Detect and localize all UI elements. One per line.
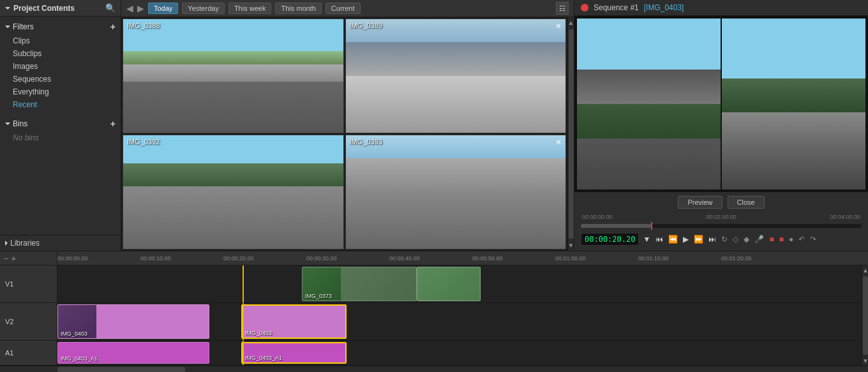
- cut-icon[interactable]: ■: [768, 234, 775, 244]
- bins-header: Bins +: [0, 116, 121, 131]
- preview-controls: Preview Close 00:00:00.00 00:02:00.00 00…: [574, 192, 868, 251]
- undo-btn[interactable]: ↶: [797, 234, 806, 244]
- bins-collapse-icon[interactable]: [5, 123, 10, 125]
- playhead-indicator: [651, 222, 652, 230]
- timeline-panel: − + 00:00:00.00 00:00:10.00 00:00:20.00 …: [0, 251, 868, 372]
- clip-v1-thumb2[interactable]: [417, 267, 481, 301]
- filter-item-sequences[interactable]: Sequences: [0, 73, 121, 86]
- go-end-btn[interactable]: ⏭: [707, 234, 717, 244]
- this-week-button[interactable]: This week: [228, 3, 272, 14]
- ruler-controls: − +: [0, 251, 57, 265]
- zoom-in-icon[interactable]: +: [11, 253, 16, 264]
- media-item-0393[interactable]: IMG_0393 ✕: [345, 135, 567, 249]
- track-v1: V1 IMG_0373: [0, 265, 862, 303]
- play-btn[interactable]: ▶: [682, 234, 690, 244]
- this-month-button[interactable]: This month: [275, 3, 321, 14]
- bins-add-icon[interactable]: +: [110, 119, 116, 129]
- media-scrollbar[interactable]: ▲ ▼: [567, 17, 574, 251]
- track-v2: V2 IMG_0403 IMG_0403: [0, 303, 862, 341]
- clip-a1-1[interactable]: IMG_0403_A1: [57, 342, 209, 364]
- replace-icon[interactable]: ■: [778, 234, 785, 244]
- close-button[interactable]: Close: [728, 196, 765, 209]
- mark-in-icon[interactable]: ◇: [731, 234, 740, 244]
- media-content-area: IMG_0388 IMG_0389 ✕ IMG_0392 IMG_0393: [121, 17, 574, 251]
- filter-item-recent[interactable]: Recent: [0, 98, 121, 111]
- filters-collapse-icon[interactable]: [5, 26, 10, 28]
- mark-out-icon[interactable]: ◆: [742, 234, 751, 244]
- timeline-vertical-scrollbar[interactable]: ▲ ▼: [862, 265, 868, 366]
- sequence-label: Sequence #1: [594, 3, 639, 12]
- media-item-0393-close[interactable]: ✕: [555, 138, 562, 147]
- filter-item-images[interactable]: Images: [0, 60, 121, 73]
- ruler-40: 00:00:40.00: [389, 255, 472, 262]
- nav-forward-arrow[interactable]: ▶: [137, 3, 144, 13]
- project-contents-panel: Project Contents 🔍 Filters + Clips Subcl…: [0, 0, 121, 251]
- timecode-start: 00:00:00.00: [582, 214, 613, 220]
- ruler-30: 00:00:30.00: [306, 255, 389, 262]
- hscroll-thumb[interactable]: [57, 367, 185, 372]
- step-forward-btn[interactable]: ⏩: [692, 234, 705, 244]
- clip-v1-img0373[interactable]: IMG_0373: [302, 267, 417, 301]
- clip-v2-img0403-2[interactable]: IMG_0403: [241, 304, 347, 339]
- libraries-section[interactable]: Libraries: [0, 235, 121, 251]
- track-v2-label: V2: [0, 303, 57, 340]
- media-item-0389[interactable]: IMG_0389 ✕: [345, 19, 567, 133]
- timeline-horizontal-scrollbar[interactable]: [0, 366, 868, 372]
- scroll-up-arrow[interactable]: ▲: [568, 17, 574, 28]
- timeline-scrubber[interactable]: [581, 224, 862, 228]
- dropdown-btn[interactable]: ▼: [641, 234, 652, 244]
- preview-thumb-right[interactable]: [722, 19, 865, 190]
- yesterday-button[interactable]: Yesterday: [182, 3, 225, 14]
- media-browser-panel: ◀ ▶ Today Yesterday This week This month…: [121, 0, 574, 251]
- project-contents-title: Project Contents: [13, 4, 75, 13]
- loop-icon[interactable]: ↻: [720, 234, 729, 244]
- record-btn[interactable]: ●: [788, 234, 795, 244]
- ruler-110: 00:01:10.00: [638, 255, 721, 262]
- project-contents-collapse-icon[interactable]: [5, 7, 10, 10]
- track-a1-label: A1: [0, 341, 57, 365]
- preview-header: Sequence #1 [IMG_0403]: [574, 0, 868, 16]
- ruler-20: 00:00:20.00: [223, 255, 306, 262]
- go-start-btn[interactable]: ⏮: [654, 234, 664, 244]
- clip-v2-img0403-1[interactable]: IMG_0403: [57, 304, 209, 339]
- media-item-0388[interactable]: IMG_0388: [123, 19, 344, 133]
- filters-add-icon[interactable]: +: [110, 22, 116, 32]
- clip-a1-label-1: IMG_0403_A1: [61, 355, 98, 362]
- step-back-btn[interactable]: ⏪: [667, 234, 679, 244]
- timecode-display[interactable]: 00:00:20.20: [581, 233, 639, 246]
- timeline-ruler: − + 00:00:00.00 00:00:10.00 00:00:20.00 …: [0, 251, 868, 265]
- filter-item-clips[interactable]: Clips: [0, 34, 121, 47]
- track-a1-content[interactable]: IMG_0403_A1 IMG_0403_A1: [57, 341, 862, 365]
- preview-button[interactable]: Preview: [678, 196, 722, 209]
- scroll-thumb[interactable]: [569, 29, 574, 239]
- current-button[interactable]: Current: [326, 3, 361, 14]
- media-item-0392[interactable]: IMG_0392: [123, 135, 344, 249]
- filter-item-subclips[interactable]: Subclips: [0, 47, 121, 60]
- zoom-out-icon[interactable]: −: [3, 253, 8, 264]
- transport-controls: 00:00:20.20 ▼ ⏮ ⏪ ▶ ⏩ ⏭ ↻ ◇ ◆ 🎤 ■ ■ ● ↶ …: [581, 232, 862, 247]
- track-v2-content[interactable]: IMG_0403 IMG_0403: [57, 303, 862, 340]
- grid-view-button[interactable]: ☷: [556, 2, 569, 15]
- nav-back-arrow[interactable]: ◀: [126, 3, 133, 13]
- search-icon[interactable]: 🔍: [105, 3, 116, 13]
- today-button[interactable]: Today: [148, 3, 178, 14]
- project-contents-header: Project Contents 🔍: [0, 0, 121, 17]
- preview-thumb-left[interactable]: [577, 19, 721, 190]
- playhead: [243, 265, 244, 302]
- media-item-0389-close[interactable]: ✕: [555, 22, 562, 31]
- clip-a1-2[interactable]: IMG_0403_A1: [241, 342, 347, 364]
- filter-item-everything[interactable]: Everything: [0, 86, 121, 98]
- preview-panel: Sequence #1 [IMG_0403] Preview Close 00:…: [574, 0, 868, 251]
- track-v1-content[interactable]: IMG_0373: [57, 265, 862, 302]
- timecode-labels: 00:00:00.00 00:02:00.00 00:04:00.00: [581, 214, 862, 220]
- scroll-down-arrow[interactable]: ▼: [568, 240, 574, 251]
- redo-btn[interactable]: ↷: [809, 234, 818, 244]
- vscroll-down[interactable]: ▼: [862, 356, 868, 366]
- vscroll-up[interactable]: ▲: [862, 265, 868, 275]
- timeline-tracks: V1 IMG_0373 V2: [0, 265, 862, 366]
- audio-icon[interactable]: 🎤: [753, 234, 765, 244]
- filters-section: Filters + Clips Subclips Images Sequence…: [0, 17, 121, 114]
- vscroll-thumb[interactable]: [863, 276, 868, 355]
- media-toolbar: ◀ ▶ Today Yesterday This week This month…: [121, 0, 574, 17]
- libraries-expand-icon: [5, 241, 8, 246]
